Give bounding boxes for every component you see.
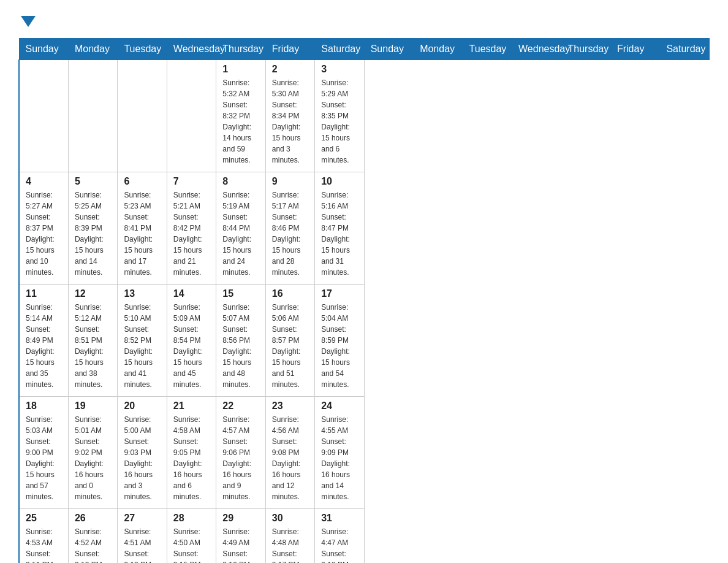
calendar-cell: 31Sunrise: 4:47 AM Sunset: 9:18 PM Dayli… xyxy=(315,509,364,564)
day-info: Sunrise: 5:14 AM Sunset: 8:49 PM Dayligh… xyxy=(26,302,62,390)
calendar-cell: 19Sunrise: 5:01 AM Sunset: 9:02 PM Dayli… xyxy=(68,397,117,509)
day-number: 1 xyxy=(222,64,259,75)
calendar-cell: 12Sunrise: 5:12 AM Sunset: 8:51 PM Dayli… xyxy=(68,285,117,397)
day-number: 28 xyxy=(173,513,210,524)
day-info: Sunrise: 5:16 AM Sunset: 8:47 PM Dayligh… xyxy=(321,190,357,278)
calendar-cell: 8Sunrise: 5:19 AM Sunset: 8:44 PM Daylig… xyxy=(216,172,265,285)
day-number: 29 xyxy=(222,513,259,524)
day-number: 24 xyxy=(321,400,357,412)
header-tuesday: Tuesday xyxy=(463,39,512,60)
day-info: Sunrise: 5:06 AM Sunset: 8:57 PM Dayligh… xyxy=(272,302,308,390)
day-number: 4 xyxy=(26,176,62,187)
header-tuesday: Tuesday xyxy=(118,39,167,60)
calendar-cell: 28Sunrise: 4:50 AM Sunset: 9:15 PM Dayli… xyxy=(167,509,216,564)
day-number: 26 xyxy=(75,513,111,524)
day-info: Sunrise: 5:03 AM Sunset: 9:00 PM Dayligh… xyxy=(26,414,62,502)
calendar-week-1: 1Sunrise: 5:32 AM Sunset: 8:32 PM Daylig… xyxy=(19,60,710,172)
calendar-cell: 20Sunrise: 5:00 AM Sunset: 9:03 PM Dayli… xyxy=(118,397,167,509)
calendar-cell: 15Sunrise: 5:07 AM Sunset: 8:56 PM Dayli… xyxy=(216,285,265,397)
calendar-cell xyxy=(167,60,216,172)
calendar-week-4: 18Sunrise: 5:03 AM Sunset: 9:00 PM Dayli… xyxy=(19,397,710,509)
day-number: 9 xyxy=(272,176,308,187)
day-info: Sunrise: 5:17 AM Sunset: 8:46 PM Dayligh… xyxy=(272,190,308,278)
header-wednesday: Wednesday xyxy=(167,39,216,60)
day-number: 12 xyxy=(75,288,111,299)
calendar-cell: 5Sunrise: 5:25 AM Sunset: 8:39 PM Daylig… xyxy=(68,172,117,285)
day-info: Sunrise: 5:25 AM Sunset: 8:39 PM Dayligh… xyxy=(75,190,111,278)
day-number: 16 xyxy=(272,288,308,299)
logo xyxy=(18,12,36,28)
calendar-cell: 22Sunrise: 4:57 AM Sunset: 9:06 PM Dayli… xyxy=(216,397,265,509)
day-info: Sunrise: 4:50 AM Sunset: 9:15 PM Dayligh… xyxy=(173,526,210,563)
calendar-cell xyxy=(19,60,68,172)
day-number: 31 xyxy=(321,513,357,524)
header-wednesday: Wednesday xyxy=(512,39,561,60)
day-number: 7 xyxy=(173,176,210,187)
header-thursday: Thursday xyxy=(216,39,265,60)
day-number: 10 xyxy=(321,176,357,187)
day-number: 22 xyxy=(222,400,259,412)
header-sunday: Sunday xyxy=(19,39,68,60)
day-number: 21 xyxy=(173,400,210,412)
calendar-week-3: 11Sunrise: 5:14 AM Sunset: 8:49 PM Dayli… xyxy=(19,285,710,397)
day-number: 3 xyxy=(321,64,357,75)
calendar-cell: 16Sunrise: 5:06 AM Sunset: 8:57 PM Dayli… xyxy=(265,285,314,397)
day-info: Sunrise: 4:56 AM Sunset: 9:08 PM Dayligh… xyxy=(272,414,308,502)
day-number: 11 xyxy=(26,288,62,299)
day-info: Sunrise: 5:32 AM Sunset: 8:32 PM Dayligh… xyxy=(222,77,259,166)
day-info: Sunrise: 5:10 AM Sunset: 8:52 PM Dayligh… xyxy=(124,302,160,390)
calendar-cell: 21Sunrise: 4:58 AM Sunset: 9:05 PM Dayli… xyxy=(167,397,216,509)
day-number: 8 xyxy=(222,176,259,187)
calendar-cell: 1Sunrise: 5:32 AM Sunset: 8:32 PM Daylig… xyxy=(216,60,265,172)
day-info: Sunrise: 4:51 AM Sunset: 9:13 PM Dayligh… xyxy=(124,526,160,563)
page-header xyxy=(18,12,710,28)
day-number: 14 xyxy=(173,288,210,299)
header-saturday: Saturday xyxy=(660,39,710,60)
day-number: 6 xyxy=(124,176,160,187)
day-info: Sunrise: 4:47 AM Sunset: 9:18 PM Dayligh… xyxy=(321,526,357,563)
calendar-header-row: SundayMondayTuesdayWednesdayThursdayFrid… xyxy=(19,39,710,60)
header-monday: Monday xyxy=(68,39,117,60)
calendar-week-2: 4Sunrise: 5:27 AM Sunset: 8:37 PM Daylig… xyxy=(19,172,710,285)
calendar-cell: 27Sunrise: 4:51 AM Sunset: 9:13 PM Dayli… xyxy=(118,509,167,564)
day-number: 15 xyxy=(222,288,259,299)
day-number: 19 xyxy=(75,400,111,412)
header-saturday: Saturday xyxy=(315,39,364,60)
calendar-cell: 23Sunrise: 4:56 AM Sunset: 9:08 PM Dayli… xyxy=(265,397,314,509)
day-info: Sunrise: 5:23 AM Sunset: 8:41 PM Dayligh… xyxy=(124,190,160,278)
day-info: Sunrise: 4:52 AM Sunset: 9:12 PM Dayligh… xyxy=(75,526,111,563)
calendar-cell: 29Sunrise: 4:49 AM Sunset: 9:16 PM Dayli… xyxy=(216,509,265,564)
day-number: 2 xyxy=(272,64,308,75)
calendar-cell: 3Sunrise: 5:29 AM Sunset: 8:35 PM Daylig… xyxy=(315,60,364,172)
calendar-week-5: 25Sunrise: 4:53 AM Sunset: 9:11 PM Dayli… xyxy=(19,509,710,564)
calendar-cell: 13Sunrise: 5:10 AM Sunset: 8:52 PM Dayli… xyxy=(118,285,167,397)
day-info: Sunrise: 5:29 AM Sunset: 8:35 PM Dayligh… xyxy=(321,77,357,166)
day-info: Sunrise: 4:48 AM Sunset: 9:17 PM Dayligh… xyxy=(272,526,308,563)
calendar-cell: 14Sunrise: 5:09 AM Sunset: 8:54 PM Dayli… xyxy=(167,285,216,397)
calendar-cell: 24Sunrise: 4:55 AM Sunset: 9:09 PM Dayli… xyxy=(315,397,364,509)
day-info: Sunrise: 5:04 AM Sunset: 8:59 PM Dayligh… xyxy=(321,302,357,390)
day-info: Sunrise: 5:21 AM Sunset: 8:42 PM Dayligh… xyxy=(173,190,210,278)
day-info: Sunrise: 5:30 AM Sunset: 8:34 PM Dayligh… xyxy=(272,77,308,166)
day-info: Sunrise: 5:27 AM Sunset: 8:37 PM Dayligh… xyxy=(26,190,62,278)
day-info: Sunrise: 5:07 AM Sunset: 8:56 PM Dayligh… xyxy=(222,302,259,390)
day-number: 17 xyxy=(321,288,357,299)
calendar-cell: 11Sunrise: 5:14 AM Sunset: 8:49 PM Dayli… xyxy=(19,285,68,397)
day-number: 18 xyxy=(26,400,62,412)
day-info: Sunrise: 5:09 AM Sunset: 8:54 PM Dayligh… xyxy=(173,302,210,390)
calendar-cell: 18Sunrise: 5:03 AM Sunset: 9:00 PM Dayli… xyxy=(19,397,68,509)
day-number: 5 xyxy=(75,176,111,187)
day-number: 23 xyxy=(272,400,308,412)
day-number: 20 xyxy=(124,400,160,412)
day-info: Sunrise: 4:53 AM Sunset: 9:11 PM Dayligh… xyxy=(26,526,62,563)
day-info: Sunrise: 5:12 AM Sunset: 8:51 PM Dayligh… xyxy=(75,302,111,390)
calendar-cell: 26Sunrise: 4:52 AM Sunset: 9:12 PM Dayli… xyxy=(68,509,117,564)
calendar-cell: 25Sunrise: 4:53 AM Sunset: 9:11 PM Dayli… xyxy=(19,509,68,564)
day-number: 13 xyxy=(124,288,160,299)
calendar-table: SundayMondayTuesdayWednesdayThursdayFrid… xyxy=(18,38,710,563)
day-number: 30 xyxy=(272,513,308,524)
calendar-cell: 17Sunrise: 5:04 AM Sunset: 8:59 PM Dayli… xyxy=(315,285,364,397)
calendar-cell: 2Sunrise: 5:30 AM Sunset: 8:34 PM Daylig… xyxy=(265,60,314,172)
calendar-cell: 30Sunrise: 4:48 AM Sunset: 9:17 PM Dayli… xyxy=(265,509,314,564)
calendar-cell: 9Sunrise: 5:17 AM Sunset: 8:46 PM Daylig… xyxy=(265,172,314,285)
